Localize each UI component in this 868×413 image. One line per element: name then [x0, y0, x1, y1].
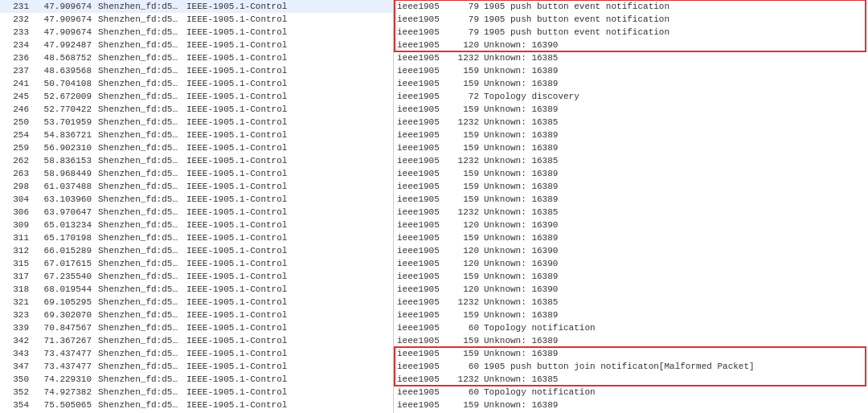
- table-row[interactable]: 354 75.505065 Shenzhen_fd:d5... IEEE-190…: [0, 399, 393, 411]
- table-row[interactable]: ieee1905 159 Unknown: 16389: [394, 64, 868, 77]
- col-no: 317: [3, 272, 34, 281]
- table-row[interactable]: 311 65.170198 Shenzhen_fd:d5... IEEE-190…: [0, 231, 393, 244]
- table-row[interactable]: 321 69.105295 Shenzhen_fd:d5... IEEE-190…: [0, 296, 393, 309]
- table-row[interactable]: ieee1905 120 Unknown: 16390: [394, 219, 868, 231]
- table-row[interactable]: ieee1905 60 Topology notification: [394, 386, 868, 399]
- table-row[interactable]: 233 47.909674 Shenzhen_fd:d5... IEEE-190…: [0, 26, 393, 39]
- col-len: 159: [453, 143, 484, 153]
- table-row[interactable]: 232 47.909674 Shenzhen_fd:d5... IEEE-190…: [0, 13, 393, 26]
- table-row[interactable]: 259 56.902310 Shenzhen_fd:d5... IEEE-190…: [0, 141, 393, 154]
- col-proto: IEEE-1905.1-Control: [186, 130, 299, 140]
- table-row[interactable]: 352 74.927382 Shenzhen_fd:d5... IEEE-190…: [0, 386, 393, 399]
- col-time: 73.437477: [34, 349, 98, 358]
- table-row[interactable]: ieee1905 159 Unknown: 16389: [394, 77, 868, 90]
- table-row[interactable]: ieee1905 1232 Unknown: 16385: [394, 154, 868, 167]
- col-time: 50.704108: [34, 79, 98, 88]
- table-row[interactable]: ieee1905 60 1905 push button join notifi…: [394, 360, 868, 373]
- table-row[interactable]: 234 47.992487 Shenzhen_fd:d5... IEEE-190…: [0, 39, 393, 51]
- table-row[interactable]: ieee1905 120 Unknown: 16390: [394, 257, 868, 270]
- col-time: 58.836153: [34, 156, 98, 166]
- table-row[interactable]: ieee1905 1232 Unknown: 16385: [394, 51, 868, 64]
- table-row[interactable]: ieee1905 159 Unknown: 16389: [394, 180, 868, 193]
- table-row[interactable]: ieee1905 1232 Unknown: 16385: [394, 116, 868, 129]
- table-row[interactable]: 245 52.672009 Shenzhen_fd:d5... IEEE-190…: [0, 90, 393, 103]
- table-row[interactable]: 231 47.909674 Shenzhen_fd:d5... IEEE-190…: [0, 0, 393, 13]
- table-row[interactable]: 317 67.235540 Shenzhen_fd:d5... IEEE-190…: [0, 270, 393, 283]
- col-proto: ieee1905: [397, 169, 453, 178]
- col-proto: IEEE-1905.1-Control: [186, 53, 299, 63]
- table-row[interactable]: 298 61.037488 Shenzhen_fd:d5... IEEE-190…: [0, 180, 393, 193]
- table-row[interactable]: 241 50.704108 Shenzhen_fd:d5... IEEE-190…: [0, 77, 393, 90]
- table-row[interactable]: 304 63.103960 Shenzhen_fd:d5... IEEE-190…: [0, 193, 393, 206]
- table-row[interactable]: 263 58.968449 Shenzhen_fd:d5... IEEE-190…: [0, 167, 393, 180]
- table-row[interactable]: ieee1905 120 Unknown: 16390: [394, 244, 868, 257]
- table-row[interactable]: ieee1905 159 Unknown: 16389: [394, 141, 868, 154]
- table-row[interactable]: ieee1905 79 1905 push button event notif…: [394, 0, 868, 13]
- table-row[interactable]: 339 70.847567 Shenzhen_fd:d5... IEEE-190…: [0, 321, 393, 334]
- table-row[interactable]: ieee1905 159 Unknown: 16389: [394, 347, 868, 360]
- table-row[interactable]: 237 48.639568 Shenzhen_fd:d5... IEEE-190…: [0, 64, 393, 77]
- col-time: 63.970647: [34, 207, 98, 217]
- col-time: 74.927382: [34, 387, 98, 397]
- col-len: 1232: [453, 53, 484, 63]
- col-len: 1232: [453, 156, 484, 166]
- col-no: 342: [3, 336, 34, 346]
- col-time: 74.229310: [34, 374, 98, 384]
- col-src: Shenzhen_fd:d5...: [98, 143, 186, 153]
- table-row[interactable]: 306 63.970647 Shenzhen_fd:d5... IEEE-190…: [0, 206, 393, 219]
- table-row[interactable]: 246 52.770422 Shenzhen_fd:d5... IEEE-190…: [0, 103, 393, 116]
- table-row[interactable]: ieee1905 159 Unknown: 16389: [394, 129, 868, 141]
- table-row[interactable]: ieee1905 60 Topology notification: [394, 321, 868, 334]
- table-row[interactable]: 342 71.367267 Shenzhen_fd:d5... IEEE-190…: [0, 334, 393, 347]
- col-proto: ieee1905: [397, 362, 453, 371]
- table-row[interactable]: ieee1905 159 Unknown: 16389: [394, 167, 868, 180]
- col-len: 120: [453, 246, 484, 256]
- col-time: 69.105295: [34, 297, 98, 307]
- table-row[interactable]: 312 66.015289 Shenzhen_fd:d5... IEEE-190…: [0, 244, 393, 257]
- col-info: Unknown: 16389: [484, 272, 865, 281]
- col-proto: ieee1905: [397, 310, 453, 320]
- col-src: Shenzhen_fd:d5...: [98, 349, 186, 358]
- table-row[interactable]: 262 58.836153 Shenzhen_fd:d5... IEEE-190…: [0, 154, 393, 167]
- col-no: 231: [3, 2, 34, 11]
- table-row[interactable]: ieee1905 159 Unknown: 16389: [394, 231, 868, 244]
- table-row[interactable]: 236 48.568752 Shenzhen_fd:d5... IEEE-190…: [0, 51, 393, 64]
- table-row[interactable]: ieee1905 1232 Unknown: 16385: [394, 373, 868, 386]
- table-row[interactable]: ieee1905 159 Unknown: 16389: [394, 309, 868, 321]
- table-row[interactable]: ieee1905 120 Unknown: 16390: [394, 283, 868, 296]
- col-time: 67.017615: [34, 259, 98, 268]
- col-len: 159: [453, 182, 484, 191]
- col-no: 315: [3, 259, 34, 268]
- col-time: 71.367267: [34, 336, 98, 346]
- table-row[interactable]: ieee1905 159 Unknown: 16389: [394, 193, 868, 206]
- col-proto: IEEE-1905.1-Control: [186, 310, 299, 320]
- table-row[interactable]: 309 65.013234 Shenzhen_fd:d5... IEEE-190…: [0, 219, 393, 231]
- table-row[interactable]: ieee1905 72 Topology discovery: [394, 90, 868, 103]
- table-row[interactable]: 343 73.437477 Shenzhen_fd:d5... IEEE-190…: [0, 347, 393, 360]
- table-row[interactable]: 250 53.701959 Shenzhen_fd:d5... IEEE-190…: [0, 116, 393, 129]
- left-panel[interactable]: 231 47.909674 Shenzhen_fd:d5... IEEE-190…: [0, 0, 394, 413]
- table-row[interactable]: ieee1905 159 Unknown: 16389: [394, 103, 868, 116]
- table-row[interactable]: 347 73.437477 Shenzhen_fd:d5... IEEE-190…: [0, 360, 393, 373]
- table-row[interactable]: 323 69.302070 Shenzhen_fd:d5... IEEE-190…: [0, 309, 393, 321]
- table-row[interactable]: ieee1905 159 Unknown: 16389: [394, 399, 868, 411]
- table-row[interactable]: 350 74.229310 Shenzhen_fd:d5... IEEE-190…: [0, 373, 393, 386]
- table-row[interactable]: ieee1905 159 Unknown: 16389: [394, 270, 868, 283]
- table-row[interactable]: ieee1905 159 Unknown: 16389: [394, 334, 868, 347]
- right-panel[interactable]: ieee1905 79 1905 push button event notif…: [394, 0, 868, 413]
- table-row[interactable]: ieee1905 79 1905 push button event notif…: [394, 13, 868, 26]
- table-row[interactable]: ieee1905 120 Unknown: 16390: [394, 39, 868, 51]
- table-row[interactable]: 318 68.019544 Shenzhen_fd:d5... IEEE-190…: [0, 283, 393, 296]
- table-row[interactable]: ieee1905 1232 Unknown: 16385: [394, 296, 868, 309]
- table-row[interactable]: ieee1905 79 1905 push button event notif…: [394, 26, 868, 39]
- col-src: Shenzhen_fd:d5...: [98, 374, 186, 384]
- col-len: 159: [453, 169, 484, 178]
- col-src: Shenzhen_fd:d5...: [98, 207, 186, 217]
- table-row[interactable]: ieee1905 1232 Unknown: 16385: [394, 206, 868, 219]
- col-len: 159: [453, 194, 484, 204]
- col-no: 352: [3, 387, 34, 397]
- col-info: Unknown: 16389: [484, 143, 865, 153]
- col-proto: ieee1905: [397, 220, 453, 230]
- table-row[interactable]: 254 54.836721 Shenzhen_fd:d5... IEEE-190…: [0, 129, 393, 141]
- table-row[interactable]: 315 67.017615 Shenzhen_fd:d5... IEEE-190…: [0, 257, 393, 270]
